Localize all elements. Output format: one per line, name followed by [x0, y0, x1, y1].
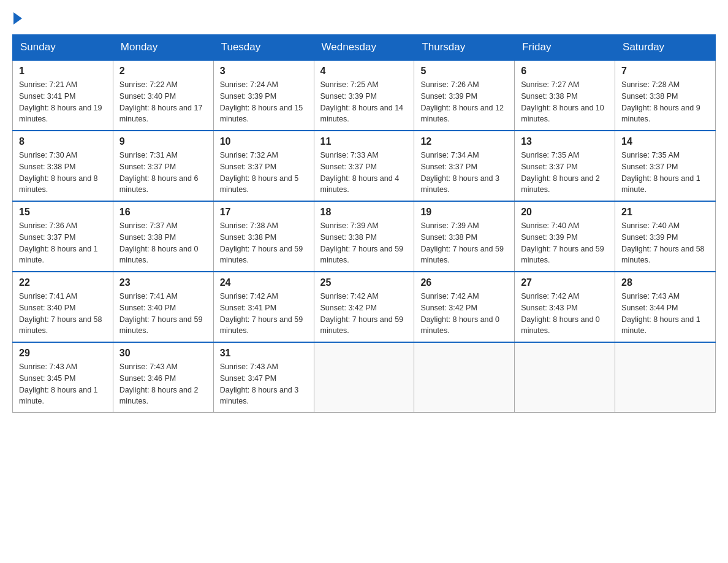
calendar-day-cell: 13Sunrise: 7:35 AMSunset: 3:37 PMDayligh… [515, 131, 615, 201]
calendar-day-cell: 5Sunrise: 7:26 AMSunset: 3:39 PMDaylight… [414, 60, 515, 131]
calendar-day-cell: 26Sunrise: 7:42 AMSunset: 3:42 PMDayligh… [414, 272, 515, 342]
calendar-day-cell: 29Sunrise: 7:43 AMSunset: 3:45 PMDayligh… [13, 342, 113, 413]
day-number: 21 [621, 207, 709, 218]
calendar-day-cell: 23Sunrise: 7:41 AMSunset: 3:40 PMDayligh… [113, 272, 213, 342]
logo [12, 12, 23, 22]
calendar-week-row: 29Sunrise: 7:43 AMSunset: 3:45 PMDayligh… [13, 342, 716, 413]
day-info: Sunrise: 7:35 AMSunset: 3:37 PMDaylight:… [521, 150, 609, 196]
day-number: 30 [119, 348, 207, 359]
day-of-week-header: Tuesday [213, 35, 314, 61]
day-number: 14 [621, 136, 709, 147]
calendar-day-cell: 30Sunrise: 7:43 AMSunset: 3:46 PMDayligh… [113, 342, 213, 413]
day-number: 17 [220, 207, 308, 218]
day-number: 16 [119, 207, 207, 218]
day-info: Sunrise: 7:41 AMSunset: 3:40 PMDaylight:… [19, 291, 107, 337]
calendar-day-cell: 21Sunrise: 7:40 AMSunset: 3:39 PMDayligh… [615, 201, 716, 272]
calendar-table: SundayMondayTuesdayWednesdayThursdayFrid… [12, 34, 716, 413]
day-number: 10 [220, 136, 308, 147]
day-info: Sunrise: 7:22 AMSunset: 3:40 PMDaylight:… [119, 79, 207, 125]
day-info: Sunrise: 7:24 AMSunset: 3:39 PMDaylight:… [220, 79, 308, 125]
calendar-header: SundayMondayTuesdayWednesdayThursdayFrid… [13, 35, 716, 61]
day-number: 13 [521, 136, 609, 147]
calendar-day-cell: 3Sunrise: 7:24 AMSunset: 3:39 PMDaylight… [213, 60, 314, 131]
day-number: 4 [320, 66, 408, 77]
calendar-day-cell: 24Sunrise: 7:42 AMSunset: 3:41 PMDayligh… [213, 272, 314, 342]
day-number: 6 [521, 66, 609, 77]
day-number: 25 [320, 277, 408, 288]
day-info: Sunrise: 7:26 AMSunset: 3:39 PMDaylight:… [420, 79, 508, 125]
day-number: 18 [320, 207, 408, 218]
day-of-week-header: Sunday [13, 35, 113, 61]
day-info: Sunrise: 7:35 AMSunset: 3:37 PMDaylight:… [621, 150, 709, 196]
day-info: Sunrise: 7:36 AMSunset: 3:37 PMDaylight:… [19, 220, 107, 266]
calendar-day-cell: 25Sunrise: 7:42 AMSunset: 3:42 PMDayligh… [314, 272, 414, 342]
day-number: 2 [119, 66, 207, 77]
day-number: 23 [119, 277, 207, 288]
calendar-day-cell [615, 342, 716, 413]
day-info: Sunrise: 7:43 AMSunset: 3:46 PMDaylight:… [119, 361, 207, 407]
calendar-day-cell: 20Sunrise: 7:40 AMSunset: 3:39 PMDayligh… [515, 201, 615, 272]
page-header [12, 12, 716, 22]
day-info: Sunrise: 7:33 AMSunset: 3:37 PMDaylight:… [320, 150, 408, 196]
day-info: Sunrise: 7:27 AMSunset: 3:38 PMDaylight:… [521, 79, 609, 125]
day-info: Sunrise: 7:37 AMSunset: 3:38 PMDaylight:… [119, 220, 207, 266]
logo-arrow-icon [13, 12, 22, 25]
calendar-week-row: 8Sunrise: 7:30 AMSunset: 3:38 PMDaylight… [13, 131, 716, 201]
calendar-day-cell: 6Sunrise: 7:27 AMSunset: 3:38 PMDaylight… [515, 60, 615, 131]
day-info: Sunrise: 7:32 AMSunset: 3:37 PMDaylight:… [220, 150, 308, 196]
day-info: Sunrise: 7:25 AMSunset: 3:39 PMDaylight:… [320, 79, 408, 125]
calendar-day-cell: 4Sunrise: 7:25 AMSunset: 3:39 PMDaylight… [314, 60, 414, 131]
calendar-day-cell: 7Sunrise: 7:28 AMSunset: 3:38 PMDaylight… [615, 60, 716, 131]
day-info: Sunrise: 7:38 AMSunset: 3:38 PMDaylight:… [220, 220, 308, 266]
day-info: Sunrise: 7:42 AMSunset: 3:42 PMDaylight:… [320, 291, 408, 337]
day-of-week-header: Thursday [414, 35, 515, 61]
day-of-week-header: Monday [113, 35, 213, 61]
calendar-day-cell: 14Sunrise: 7:35 AMSunset: 3:37 PMDayligh… [615, 131, 716, 201]
day-number: 11 [320, 136, 408, 147]
day-number: 15 [19, 207, 107, 218]
day-info: Sunrise: 7:39 AMSunset: 3:38 PMDaylight:… [420, 220, 508, 266]
calendar-day-cell: 18Sunrise: 7:39 AMSunset: 3:38 PMDayligh… [314, 201, 414, 272]
day-info: Sunrise: 7:42 AMSunset: 3:43 PMDaylight:… [521, 291, 609, 337]
calendar-day-cell: 28Sunrise: 7:43 AMSunset: 3:44 PMDayligh… [615, 272, 716, 342]
calendar-day-cell: 2Sunrise: 7:22 AMSunset: 3:40 PMDaylight… [113, 60, 213, 131]
calendar-day-cell: 1Sunrise: 7:21 AMSunset: 3:41 PMDaylight… [13, 60, 113, 131]
day-info: Sunrise: 7:31 AMSunset: 3:37 PMDaylight:… [119, 150, 207, 196]
day-number: 7 [621, 66, 709, 77]
day-info: Sunrise: 7:30 AMSunset: 3:38 PMDaylight:… [19, 150, 107, 196]
calendar-day-cell [515, 342, 615, 413]
day-info: Sunrise: 7:28 AMSunset: 3:38 PMDaylight:… [621, 79, 709, 125]
calendar-week-row: 22Sunrise: 7:41 AMSunset: 3:40 PMDayligh… [13, 272, 716, 342]
day-number: 20 [521, 207, 609, 218]
calendar-day-cell [314, 342, 414, 413]
day-of-week-header: Friday [515, 35, 615, 61]
day-of-week-header: Saturday [615, 35, 716, 61]
calendar-day-cell [414, 342, 515, 413]
calendar-body: 1Sunrise: 7:21 AMSunset: 3:41 PMDaylight… [13, 60, 716, 413]
day-info: Sunrise: 7:40 AMSunset: 3:39 PMDaylight:… [521, 220, 609, 266]
calendar-day-cell: 19Sunrise: 7:39 AMSunset: 3:38 PMDayligh… [414, 201, 515, 272]
calendar-day-cell: 27Sunrise: 7:42 AMSunset: 3:43 PMDayligh… [515, 272, 615, 342]
day-number: 19 [420, 207, 508, 218]
calendar-day-cell: 15Sunrise: 7:36 AMSunset: 3:37 PMDayligh… [13, 201, 113, 272]
day-info: Sunrise: 7:39 AMSunset: 3:38 PMDaylight:… [320, 220, 408, 266]
day-number: 29 [19, 348, 107, 359]
day-number: 26 [420, 277, 508, 288]
calendar-day-cell: 31Sunrise: 7:43 AMSunset: 3:47 PMDayligh… [213, 342, 314, 413]
calendar-day-cell: 9Sunrise: 7:31 AMSunset: 3:37 PMDaylight… [113, 131, 213, 201]
calendar-day-cell: 8Sunrise: 7:30 AMSunset: 3:38 PMDaylight… [13, 131, 113, 201]
calendar-day-cell: 16Sunrise: 7:37 AMSunset: 3:38 PMDayligh… [113, 201, 213, 272]
day-info: Sunrise: 7:42 AMSunset: 3:42 PMDaylight:… [420, 291, 508, 337]
day-number: 27 [521, 277, 609, 288]
day-number: 28 [621, 277, 709, 288]
days-of-week-row: SundayMondayTuesdayWednesdayThursdayFrid… [13, 35, 716, 61]
calendar-day-cell: 12Sunrise: 7:34 AMSunset: 3:37 PMDayligh… [414, 131, 515, 201]
day-number: 12 [420, 136, 508, 147]
day-info: Sunrise: 7:43 AMSunset: 3:44 PMDaylight:… [621, 291, 709, 337]
day-number: 3 [220, 66, 308, 77]
day-info: Sunrise: 7:42 AMSunset: 3:41 PMDaylight:… [220, 291, 308, 337]
day-number: 1 [19, 66, 107, 77]
day-number: 5 [420, 66, 508, 77]
calendar-week-row: 1Sunrise: 7:21 AMSunset: 3:41 PMDaylight… [13, 60, 716, 131]
day-number: 9 [119, 136, 207, 147]
